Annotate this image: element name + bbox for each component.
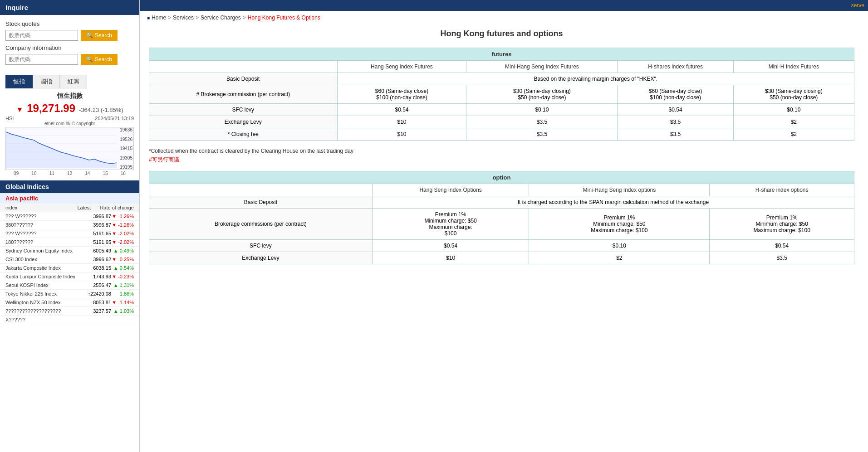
futures-closing-label: * Closing fee — [149, 128, 338, 141]
stock-search-label: Search — [95, 32, 112, 39]
options-brokerage-hshares: Premium 1%Minimum charge: $50Maximum cha… — [710, 209, 854, 240]
chart-y-labels: 19636 19526 19415 19305 19195 — [120, 127, 132, 170]
list-item: 180??????? 5191.65 ▼ -2.02% — [0, 238, 139, 247]
breadcrumb-current: Hong Kong Futures & Options — [248, 15, 320, 21]
list-item: Tokyo Nikkei 225 Index ↑22420.08 1.86% — [0, 290, 139, 298]
futures-exchange-hshares: $3.5 — [618, 116, 733, 128]
breadcrumb-service-charges[interactable]: Service Charges — [201, 15, 241, 21]
list-item: CSI 300 Index 3996.62 ▼ -0.25% — [0, 255, 139, 264]
stock-copyright: etnet.com.hk © copyright — [5, 121, 134, 126]
page-body: Hong Kong futures and options futures Ha… — [140, 24, 868, 281]
sidebar-inquire-header: Inquire — [0, 0, 139, 15]
options-sfc-mini: $0.10 — [529, 240, 710, 252]
futures-col-3: H-shares index futures — [618, 61, 733, 73]
futures-col-1: Hang Seng Index Futures — [337, 61, 466, 73]
list-item: X?????? — [0, 316, 139, 324]
list-item: Sydney Common Equity Index 6005.49 ▲ 0.4… — [0, 247, 139, 255]
options-col-0 — [149, 184, 373, 196]
table-row: Exchange Levy $10 $2 $3.5 — [149, 252, 854, 264]
options-brokerage-hsi: Premium 1%Minimum charge: $50Maximum cha… — [372, 209, 529, 240]
stock-price-row: ▼ 19,271.99 -364.23 (-1.85%) — [5, 102, 134, 115]
options-col-3: H-share index options — [710, 184, 854, 196]
futures-note2: #可另行商議 — [149, 156, 854, 164]
stock-chart-box: 19636 19526 19415 19305 19195 — [5, 127, 134, 170]
list-item: 380??????? 3996.87 ▼ -1.26% — [0, 221, 139, 229]
futures-closing-hsi: $10 — [337, 128, 466, 141]
options-col-1: Hang Seng Index Options — [372, 184, 529, 196]
page-title: Hong Kong futures and options — [149, 29, 854, 39]
tab-hsi[interactable]: 恒指 — [5, 75, 33, 88]
list-item: ??? W?????? 3996.87 ▼ -1.26% — [0, 212, 139, 221]
options-brokerage-label: Brokerage commissions (per contract) — [149, 209, 373, 240]
options-basic-label: Basic Deposit — [149, 196, 373, 209]
list-item: ???????????????????? 3237.57 ▲ 1.03% — [0, 307, 139, 316]
table-row: Brokerage commissions (per contract) Pre… — [149, 209, 854, 240]
futures-basic-label: Basic Deposit — [149, 73, 338, 85]
table-row: Basic Deposit Based on the prevailing ma… — [149, 73, 854, 85]
indices-table-header: index Latest Rate of change — [0, 204, 139, 212]
chart-x-labels: 09 10 11 12 14 15 16 — [5, 170, 134, 177]
stock-date: 2024/05/21 13:19 — [95, 116, 134, 121]
stock-search-input[interactable] — [5, 30, 78, 41]
sidebar: Inquire Stock quotes 🔍 Search Company in… — [0, 0, 140, 452]
company-search-input[interactable] — [5, 54, 78, 65]
futures-note1: *Collected when the contract is cleared … — [149, 148, 854, 154]
stock-search-button[interactable]: 🔍 Search — [81, 30, 118, 41]
options-exchange-label: Exchange Levy — [149, 252, 373, 264]
list-item: Jakarta Composite Index 6038.15 ▲ 0.54% — [0, 264, 139, 272]
options-exchange-hshares: $3.5 — [710, 252, 854, 264]
global-indices-header: Global Indices — [0, 180, 139, 193]
futures-table-header: futures — [149, 48, 854, 61]
options-exchange-mini: $2 — [529, 252, 710, 264]
inquire-label: Inquire — [5, 4, 28, 11]
breadcrumb: ■ Home > Services > Service Charges > Ho… — [140, 11, 868, 24]
table-row: Basic Deposit It is charged according to… — [149, 196, 854, 209]
company-info-label: Company information — [5, 44, 134, 51]
futures-exchange-mini: $3.5 — [466, 116, 618, 128]
futures-sfc-hsi: $0.54 — [337, 104, 466, 116]
futures-brokerage-minih: $30 (Same-day closing)$50 (non-day close… — [733, 85, 854, 104]
futures-exchange-minih: $2 — [733, 116, 854, 128]
options-brokerage-mini: Premium 1%Minimum charge: $50Maximum cha… — [529, 209, 710, 240]
company-search-button[interactable]: 🔍 Search — [81, 54, 118, 65]
stock-code: HSI — [5, 116, 14, 121]
futures-brokerage-mini: $30 (Same-day closing)$50 (non-day close… — [466, 85, 618, 104]
stock-meta: HSI 2024/05/21 13:19 — [5, 116, 134, 121]
breadcrumb-home[interactable]: Home — [152, 15, 166, 21]
top-nav-bar: serve — [140, 0, 868, 11]
stock-name: 恒生指數 — [5, 92, 134, 100]
table-row: * Closing fee $10 $3.5 $3.5 $2 — [149, 128, 854, 141]
futures-closing-minih: $2 — [733, 128, 854, 141]
tab-national[interactable]: 國指 — [33, 75, 60, 88]
serve-link[interactable]: serve — [851, 2, 864, 9]
stock-price-value: 19,271.99 — [27, 102, 75, 115]
list-item: Kuala Lumpur Composite Index 1743.93 ▼ -… — [0, 272, 139, 281]
stock-search-row: 🔍 Search — [5, 30, 134, 41]
chart-svg — [6, 127, 133, 168]
stock-tabs: 恒指 國指 紅籌 — [5, 75, 134, 88]
options-sfc-hshares: $0.54 — [710, 240, 854, 252]
options-table: option Hang Seng Index Options Mini-Hang… — [149, 171, 854, 264]
futures-closing-mini: $3.5 — [466, 128, 618, 141]
futures-sfc-minih: $0.10 — [733, 104, 854, 116]
search-icon: 🔍 — [86, 32, 93, 39]
breadcrumb-services[interactable]: Services — [173, 15, 194, 21]
search-icon-2: 🔍 — [86, 56, 93, 63]
futures-col-4: Mini-H Index Futures — [733, 61, 854, 73]
indices-table: ??? W?????? 3996.87 ▼ -1.26% 380??????? … — [0, 212, 139, 324]
options-col-2: Mini-Hang Seng Index options — [529, 184, 710, 196]
options-exchange-hsi: $10 — [372, 252, 529, 264]
table-row: Exchange Levy $10 $3.5 $3.5 $2 — [149, 116, 854, 128]
futures-brokerage-label: # Brokerage commission (per contract) — [149, 85, 338, 104]
list-item: ??? W?????? 5191.65 ▼ -2.02% — [0, 229, 139, 238]
breadcrumb-icon: ■ — [147, 15, 150, 20]
stock-quotes-section: Stock quotes 🔍 Search Company informatio… — [0, 15, 139, 72]
tab-red-chip[interactable]: 紅籌 — [60, 75, 87, 88]
futures-sfc-mini: $0.10 — [466, 104, 618, 116]
company-search-row: 🔍 Search — [5, 54, 134, 65]
futures-brokerage-hsi: $60 (Same-day close)$100 (non-day close) — [337, 85, 466, 104]
stock-chart-area: 恒生指數 ▼ 19,271.99 -364.23 (-1.85%) HSI 20… — [5, 92, 134, 177]
futures-closing-hshares: $3.5 — [618, 128, 733, 141]
options-sfc-label: SFC levy — [149, 240, 373, 252]
futures-basic-value: Based on the prevailing margin charges o… — [337, 73, 854, 85]
